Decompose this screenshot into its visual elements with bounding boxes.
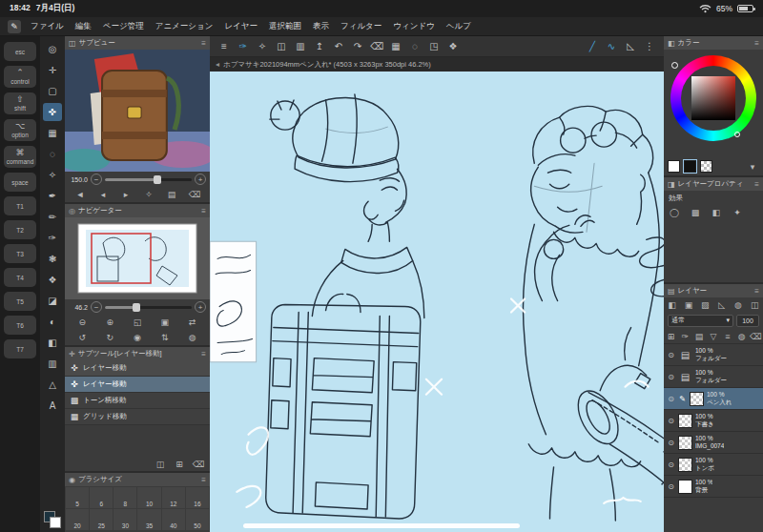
subview-image[interactable] xyxy=(65,50,210,172)
brush-size-cell[interactable]: 8 xyxy=(113,487,136,508)
subtool-footer-icon[interactable]: ◫ xyxy=(154,458,167,470)
menu-item[interactable]: 選択範囲 xyxy=(269,21,301,32)
layer-toolbar-icon[interactable]: ✑ xyxy=(678,330,691,342)
layer-toolbar-icon[interactable]: ◍ xyxy=(732,298,745,311)
background-color-swatch[interactable] xyxy=(50,517,61,528)
menu-item[interactable]: 編集 xyxy=(75,21,92,32)
tab-collapse-icon[interactable]: ◂ xyxy=(216,60,219,69)
brush-size-cell[interactable]: 20 xyxy=(66,509,89,530)
command-bar-icon[interactable]: ↷ xyxy=(349,38,366,54)
white-color-chip[interactable] xyxy=(668,160,680,173)
effect-icon[interactable]: ▩ xyxy=(689,207,702,219)
menu-item[interactable]: ファイル xyxy=(31,21,64,32)
command-bar-icon[interactable]: ▦ xyxy=(387,38,404,54)
menu-item[interactable]: 表示 xyxy=(313,21,329,32)
subtool-item[interactable]: ✜ レイヤー移動 xyxy=(65,360,210,377)
navigator-zoom-slider[interactable] xyxy=(105,306,192,309)
brush-size-cell[interactable]: 30 xyxy=(113,509,136,530)
command-bar-icon[interactable]: ≡ xyxy=(216,38,233,54)
subview-control-icon[interactable]: ▸ xyxy=(119,189,133,201)
layer-thumbnail[interactable] xyxy=(690,392,704,406)
brush-size-header[interactable]: ◉ ブラシサイズ ≡ xyxy=(65,473,210,486)
document-tab-title[interactable]: ホブマサキ2021094mmペン入れ* (4503 x 3263px 350dp… xyxy=(223,60,431,70)
brush-size-cell[interactable]: 40 xyxy=(162,509,185,530)
subtool-item[interactable]: ▩ トーン柄移動 xyxy=(65,393,210,409)
subtool-footer-icon[interactable]: ⌫ xyxy=(192,458,205,470)
panel-menu-icon[interactable]: ≡ xyxy=(201,350,206,358)
layer-toolbar-icon[interactable]: ▽ xyxy=(707,330,720,342)
zoom-out-button[interactable]: − xyxy=(91,174,102,185)
navigator-thumbnail[interactable] xyxy=(65,217,210,299)
subtool-item[interactable]: ✜ レイヤー移動 xyxy=(65,377,210,393)
subview-control-icon[interactable]: ⌫ xyxy=(188,189,201,201)
visibility-eye-icon[interactable]: ⊙ xyxy=(667,482,675,491)
tool-button[interactable]: ◌ xyxy=(43,145,62,163)
layer-toolbar-icon[interactable]: ≡ xyxy=(721,330,734,342)
tool-button[interactable]: ◎ xyxy=(43,40,62,58)
menu-item[interactable]: ウィンドウ xyxy=(393,21,435,32)
brush-size-cell[interactable]: 50 xyxy=(186,509,209,530)
nav-zoom-out-button[interactable]: − xyxy=(91,301,102,313)
brush-size-cell[interactable]: 16 xyxy=(186,487,209,508)
navigator-control-icon[interactable]: ◍ xyxy=(186,332,199,344)
tool-button[interactable]: ◧ xyxy=(43,334,62,352)
modifier-key[interactable]: T6 xyxy=(4,316,36,335)
command-bar-icon[interactable]: ✧ xyxy=(254,38,271,54)
modifier-key[interactable]: T5 xyxy=(4,292,36,311)
visibility-eye-icon[interactable]: ⊙ xyxy=(667,417,675,425)
color-header[interactable]: ◧ カラー ≡ xyxy=(664,36,763,50)
layer-toolbar-icon[interactable]: ◍ xyxy=(735,330,749,342)
effect-icon[interactable]: ◧ xyxy=(710,207,723,219)
layer-toolbar-icon[interactable]: ◧ xyxy=(666,298,679,311)
subview-control-icon[interactable]: ◂ xyxy=(96,189,110,201)
modifier-key[interactable]: T2 xyxy=(4,220,36,239)
command-bar-icon[interactable]: ∿ xyxy=(603,38,620,54)
command-bar-icon[interactable]: ❖ xyxy=(444,38,462,54)
brush-size-cell[interactable]: 6 xyxy=(90,487,113,508)
home-indicator[interactable] xyxy=(243,523,520,528)
layer-property-header[interactable]: ◨ レイヤープロパティ ≡ xyxy=(664,177,763,191)
layer-thumbnail[interactable] xyxy=(678,480,692,494)
layer-toolbar-icon[interactable]: ▨ xyxy=(698,298,711,311)
transparent-color-chip[interactable] xyxy=(700,160,712,173)
layer-row[interactable]: ⊙ ✎ ▤ 100 % フォルダー xyxy=(664,366,763,388)
modifier-key[interactable]: space xyxy=(4,173,36,192)
blend-mode-select[interactable]: 通常 ▾ xyxy=(668,315,733,327)
command-bar-icon[interactable]: ↶ xyxy=(330,38,347,54)
layer-toolbar-icon[interactable]: ◫ xyxy=(748,298,761,311)
layer-thumbnail[interactable] xyxy=(678,436,692,450)
layer-row[interactable]: ⊙ ✎ ▤ 100 % トンボ xyxy=(664,454,763,476)
subview-header[interactable]: ◫ サブビュー ≡ xyxy=(65,36,210,50)
subview-zoom-slider[interactable] xyxy=(105,178,192,181)
zoom-in-button[interactable]: + xyxy=(195,174,206,185)
command-bar-icon[interactable]: ↥ xyxy=(311,38,328,54)
layer-row[interactable]: ⊙ ✎ ▤ 100 % IMG_0074 xyxy=(664,432,763,454)
navigator-control-icon[interactable]: ▣ xyxy=(158,317,172,329)
tool-button[interactable]: ◐ xyxy=(43,313,62,331)
menu-item[interactable]: フィルター xyxy=(340,21,382,32)
visibility-eye-icon[interactable]: ⊙ xyxy=(667,439,675,447)
effect-icon[interactable]: ✦ xyxy=(731,207,744,219)
tool-button[interactable]: ✑ xyxy=(43,229,62,247)
layer-row[interactable]: ⊙ ✎ ▤ 100 % フォルダー xyxy=(664,344,763,366)
command-bar-icon[interactable]: ▥ xyxy=(292,38,309,54)
tool-button[interactable]: A xyxy=(43,397,62,415)
hue-cursor[interactable] xyxy=(671,62,678,69)
layer-toolbar-icon[interactable]: ▣ xyxy=(682,298,695,311)
navigator-control-icon[interactable]: ◉ xyxy=(131,332,144,344)
command-bar-icon[interactable]: ⌫ xyxy=(368,38,385,54)
color-swatch-pair[interactable] xyxy=(44,511,61,528)
brush-size-cell[interactable]: 12 xyxy=(162,487,185,508)
layer-row[interactable]: ⊙ ✎ ▤ 100 % ペン入れ xyxy=(664,388,763,410)
layer-thumbnail[interactable] xyxy=(678,414,692,428)
layer-toolbar-icon[interactable]: ⊞ xyxy=(664,330,677,342)
command-bar-icon[interactable]: ◳ xyxy=(425,38,443,54)
navigator-header[interactable]: ◎ ナビゲーター ≡ xyxy=(65,204,210,217)
visibility-eye-icon[interactable]: ⊙ xyxy=(667,395,675,403)
modifier-key[interactable]: ⌘ command xyxy=(4,146,36,168)
command-bar-icon[interactable]: ◫ xyxy=(273,38,290,54)
subtool-item[interactable]: ▦ グリッド移動 xyxy=(65,409,210,425)
layer-header[interactable]: ▤ レイヤー ≡ xyxy=(664,284,763,297)
command-bar-icon[interactable]: ⋮ xyxy=(641,38,658,54)
navigator-control-icon[interactable]: ⇅ xyxy=(158,332,172,344)
